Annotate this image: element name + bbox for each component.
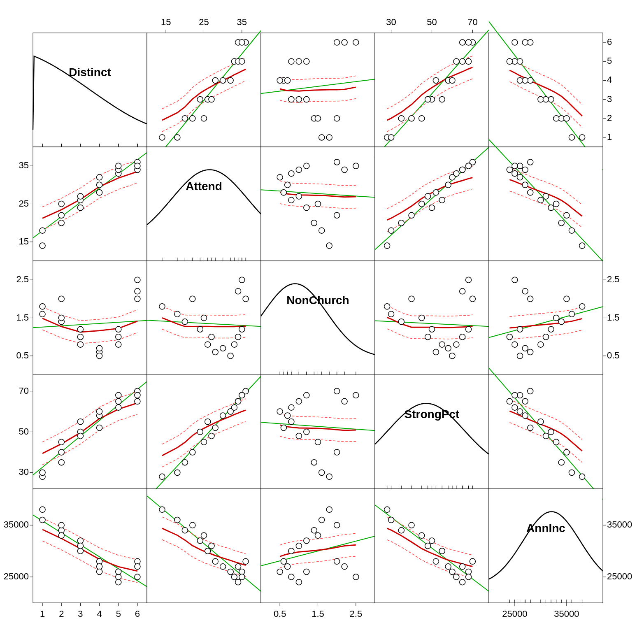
scatter-matrix: [0, 0, 644, 644]
chart-canvas: [0, 0, 644, 644]
